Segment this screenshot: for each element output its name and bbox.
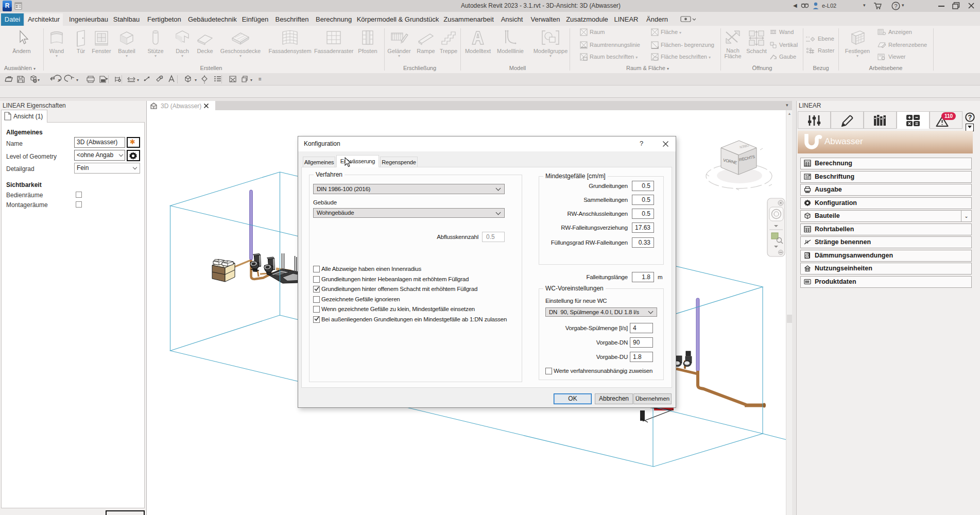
svg-text:?: ? — [968, 113, 972, 121]
svg-text:?: ? — [894, 3, 897, 9]
svg-text:R: R — [5, 2, 10, 9]
svg-text:1: 1 — [161, 76, 162, 79]
